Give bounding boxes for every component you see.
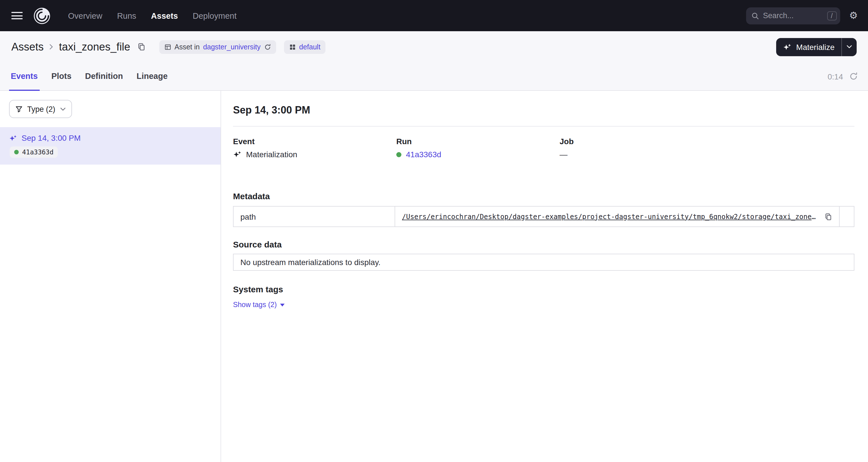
- type-filter-label: Type (2): [27, 105, 55, 113]
- tab-definition[interactable]: Definition: [83, 62, 125, 91]
- tab-bar: Events Plots Definition Lineage 0:14: [0, 62, 868, 91]
- gear-icon: ⚙: [849, 11, 858, 21]
- refresh-icon: [849, 72, 858, 81]
- event-summary-row: Event Materialization Run 41a3363d: [233, 137, 855, 159]
- tab-lineage[interactable]: Lineage: [135, 62, 169, 91]
- metadata-value-cell: /Users/erincochran/Desktop/dagster-examp…: [395, 207, 839, 227]
- chevron-down-icon: [846, 45, 852, 49]
- filter-row: Type (2): [0, 91, 221, 127]
- heading-divider: [233, 126, 855, 126]
- copy-icon: [137, 42, 146, 51]
- system-tags-heading: System tags: [233, 284, 855, 294]
- asset-group-chip[interactable]: default: [284, 40, 326, 54]
- run-column: Run 41a3363d: [396, 137, 560, 159]
- event-detail-panel: Sep 14, 3:00 PM Event Materialization Ru…: [221, 91, 868, 462]
- reload-icon[interactable]: [264, 44, 271, 50]
- source-data-heading: Source data: [233, 239, 855, 249]
- grid-icon: [289, 44, 296, 50]
- events-sidebar: Type (2) Sep 14, 3:00 PM 41a3363d: [0, 91, 221, 462]
- chevron-down-icon: [60, 107, 65, 111]
- tab-events[interactable]: Events: [9, 62, 39, 91]
- code-location-link[interactable]: dagster_university: [203, 43, 260, 51]
- search-placeholder: Search...: [763, 11, 823, 20]
- show-tags-toggle[interactable]: Show tags (2): [233, 301, 285, 309]
- asset-group-link[interactable]: default: [299, 43, 320, 51]
- nav-assets[interactable]: Assets: [149, 8, 180, 24]
- asset-location-chip[interactable]: Asset in dagster_university: [159, 40, 276, 54]
- header-chips: Asset in dagster_university default: [159, 40, 326, 54]
- metadata-table: path /Users/erincochran/Desktop/dagster-…: [233, 206, 855, 227]
- nav-deployment[interactable]: Deployment: [190, 8, 239, 24]
- materialization-icon: [233, 150, 242, 158]
- event-label: Event: [233, 137, 396, 146]
- chevron-right-icon: [49, 44, 53, 50]
- materialize-label: Materialize: [796, 42, 835, 51]
- top-nav: Overview Runs Assets Deployment Search..…: [0, 0, 868, 31]
- job-column: Job —: [560, 137, 723, 159]
- nav-overview[interactable]: Overview: [66, 8, 104, 24]
- search-input[interactable]: Search... /: [746, 7, 840, 24]
- materialize-button-group: Materialize: [776, 38, 857, 56]
- copy-icon: [824, 212, 832, 221]
- dagster-app: Overview Runs Assets Deployment Search..…: [0, 0, 868, 462]
- caret-down-icon: [280, 304, 285, 306]
- search-shortcut-badge: /: [827, 11, 837, 20]
- refresh-timer: 0:14: [828, 72, 843, 81]
- breadcrumb-current: taxi_zones_file: [59, 40, 130, 53]
- event-list-item[interactable]: Sep 14, 3:00 PM 41a3363d: [0, 127, 221, 165]
- run-link[interactable]: 41a3363d: [406, 150, 441, 159]
- settings-button[interactable]: ⚙: [848, 10, 859, 22]
- event-heading: Sep 14, 3:00 PM: [233, 105, 855, 116]
- breadcrumb-assets-link[interactable]: Assets: [11, 40, 44, 53]
- job-value: —: [560, 150, 723, 159]
- source-data-empty: No upstream materializations to display.: [233, 254, 855, 271]
- tab-plots[interactable]: Plots: [50, 62, 73, 91]
- metadata-heading: Metadata: [233, 191, 855, 201]
- run-label: Run: [396, 137, 560, 146]
- run-id-text: 41a3363d: [22, 148, 54, 156]
- event-column: Event Materialization: [233, 137, 396, 159]
- run-status-dot: [396, 152, 401, 157]
- refresh-area: 0:14: [828, 62, 859, 90]
- filter-icon: [15, 105, 23, 113]
- asset-chip-prefix: Asset in: [174, 43, 199, 51]
- copy-path-button[interactable]: [823, 211, 833, 222]
- show-tags-label: Show tags (2): [233, 301, 277, 309]
- metadata-spacer-cell: [839, 207, 854, 227]
- run-status-dot: [14, 150, 19, 154]
- event-timestamp: Sep 14, 3:00 PM: [22, 134, 81, 142]
- primary-nav: Overview Runs Assets Deployment: [66, 8, 239, 24]
- materialize-button[interactable]: Materialize: [776, 38, 841, 56]
- nav-runs[interactable]: Runs: [115, 8, 138, 24]
- job-label: Job: [560, 137, 723, 146]
- page-header: Assets taxi_zones_file Asset in dagster_…: [0, 31, 868, 62]
- type-filter-button[interactable]: Type (2): [9, 100, 72, 118]
- search-icon: [751, 12, 759, 20]
- event-type-value: Materialization: [246, 150, 298, 159]
- refresh-button[interactable]: [848, 71, 859, 82]
- table-row: path /Users/erincochran/Desktop/dagster-…: [234, 207, 854, 227]
- run-id-chip[interactable]: 41a3363d: [10, 146, 58, 158]
- dagster-logo: [32, 5, 52, 26]
- table-icon: [164, 44, 171, 50]
- breadcrumb: Assets taxi_zones_file: [11, 40, 147, 53]
- copy-asset-key-button[interactable]: [136, 41, 147, 52]
- content-area: Type (2) Sep 14, 3:00 PM 41a3363d: [0, 91, 868, 462]
- hamburger-menu-button[interactable]: [9, 8, 25, 24]
- materialization-icon: [9, 134, 17, 142]
- path-link[interactable]: /Users/erincochran/Desktop/dagster-examp…: [402, 212, 817, 221]
- metadata-key-cell: path: [234, 207, 395, 227]
- materialize-icon: [783, 43, 792, 51]
- materialize-dropdown-button[interactable]: [841, 38, 857, 56]
